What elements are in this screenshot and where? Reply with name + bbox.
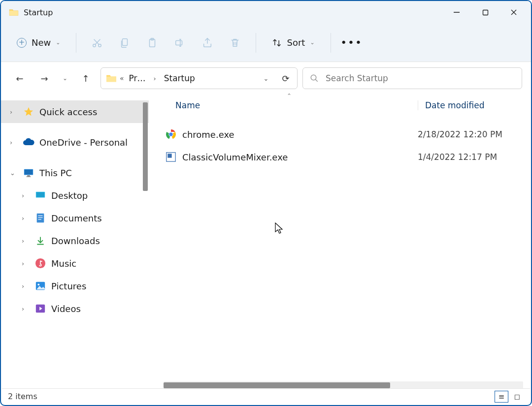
plus-icon: + — [17, 38, 27, 48]
chevron-right-icon: › — [22, 305, 30, 312]
status-bar: 2 items ≡ ◻ — [2, 388, 530, 404]
sidebar-item-videos[interactable]: › Videos — [1, 297, 149, 320]
chevron-right-icon: › — [22, 192, 30, 199]
file-date: 1/4/2022 12:17 PM — [418, 152, 531, 162]
folder-icon — [106, 74, 117, 83]
chevron-right-icon: › — [22, 215, 30, 222]
separator — [76, 33, 76, 53]
up-button[interactable]: ↑ — [76, 68, 96, 88]
separator — [256, 33, 256, 53]
sort-icon — [272, 38, 282, 48]
refresh-button[interactable]: ⟳ — [277, 73, 294, 84]
svg-rect-8 — [123, 38, 128, 45]
sidebar-label: Desktop — [51, 190, 88, 201]
paste-button[interactable] — [140, 31, 164, 55]
share-button[interactable] — [196, 31, 219, 55]
file-date: 2/18/2022 12:20 PM — [418, 129, 531, 139]
back-button[interactable]: ← — [10, 68, 30, 88]
music-icon — [34, 257, 46, 269]
minimize-button[interactable] — [442, 1, 471, 24]
separator — [331, 33, 331, 53]
delete-button[interactable] — [223, 31, 247, 55]
svg-point-4 — [93, 44, 96, 47]
sidebar-item-music[interactable]: › Music — [1, 252, 149, 275]
window-title: Startup — [24, 8, 442, 17]
maximize-button[interactable] — [471, 1, 499, 24]
details-view-button[interactable]: ≡ — [495, 391, 508, 403]
sidebar-item-this-pc[interactable]: ⌄ This PC — [1, 161, 149, 184]
svg-point-27 — [38, 283, 40, 285]
new-label: New — [32, 37, 51, 48]
new-button[interactable]: + New ⌄ — [10, 32, 67, 54]
sidebar-item-downloads[interactable]: › Downloads — [1, 229, 149, 252]
titlebar: Startup — [1, 1, 531, 24]
star-icon — [23, 106, 34, 118]
more-button[interactable]: ••• — [340, 31, 364, 55]
breadcrumb-current[interactable]: Startup — [162, 73, 197, 83]
cut-button[interactable] — [85, 31, 109, 55]
sidebar-label: Downloads — [51, 236, 100, 246]
desktop-icon — [34, 189, 46, 201]
search-input[interactable] — [326, 73, 515, 83]
file-row[interactable]: chrome.exe 2/18/2022 12:20 PM — [164, 123, 531, 146]
column-headers: ⌃ Name Date modified — [164, 94, 531, 116]
pictures-icon — [34, 280, 46, 292]
chevron-down-icon: ⌄ — [10, 169, 18, 177]
close-button[interactable] — [499, 1, 528, 24]
chevron-down-icon: ⌄ — [56, 39, 60, 46]
search-icon — [310, 74, 319, 83]
folder-icon — [9, 8, 19, 16]
address-dropdown[interactable]: ⌄ — [258, 75, 274, 82]
svg-rect-33 — [167, 154, 171, 157]
sidebar-label: Videos — [51, 304, 81, 314]
sidebar-item-quick-access[interactable]: › Quick access — [1, 100, 149, 123]
toolbar: + New ⌄ Sort ⌄ ••• — [1, 24, 531, 62]
monitor-icon — [23, 167, 34, 179]
sidebar-item-onedrive[interactable]: › OneDrive - Personal — [1, 131, 149, 154]
breadcrumb-overflow[interactable]: « — [120, 74, 124, 82]
copy-button[interactable] — [113, 31, 136, 55]
svg-rect-1 — [483, 10, 488, 15]
svg-line-14 — [315, 79, 318, 82]
sort-label: Sort — [287, 37, 305, 48]
sidebar-item-pictures[interactable]: › Pictures — [1, 275, 149, 297]
chevron-right-icon: › — [10, 108, 18, 116]
sidebar-scrollbar[interactable] — [143, 102, 148, 191]
chevron-right-icon: › — [22, 260, 30, 267]
sidebar-label: Quick access — [39, 107, 97, 117]
chevron-right-icon[interactable]: › — [151, 75, 159, 82]
search-bar[interactable] — [302, 67, 522, 89]
sidebar-label: Documents — [51, 213, 102, 223]
breadcrumb-parent[interactable]: Pr… — [127, 73, 148, 83]
file-name: chrome.exe — [182, 129, 418, 140]
chevron-right-icon: › — [22, 237, 30, 245]
rename-button[interactable] — [168, 31, 192, 55]
file-list: ⌃ Name Date modified chrome.exe 2/18/202… — [149, 94, 531, 390]
body: › Quick access › OneDrive - Personal ⌄ T… — [1, 94, 531, 390]
forward-button[interactable]: → — [34, 68, 54, 88]
address-bar[interactable]: « Pr… › Startup ⌄ ⟳ — [100, 67, 298, 89]
file-row[interactable]: ClassicVolumeMixer.exe 1/4/2022 12:17 PM — [164, 146, 531, 168]
videos-icon — [34, 303, 46, 314]
sidebar-item-documents[interactable]: › Documents — [1, 207, 149, 229]
recent-locations-button[interactable]: ⌄ — [59, 68, 71, 88]
sidebar: › Quick access › OneDrive - Personal ⌄ T… — [1, 94, 149, 390]
icons-view-button[interactable]: ◻ — [510, 391, 524, 403]
svg-rect-11 — [176, 40, 182, 45]
chrome-icon — [164, 129, 178, 140]
sort-button[interactable]: Sort ⌄ — [265, 32, 321, 54]
sidebar-label: Pictures — [51, 281, 86, 291]
sidebar-label: OneDrive - Personal — [39, 137, 128, 148]
column-name[interactable]: Name — [164, 100, 418, 110]
column-date[interactable]: Date modified — [418, 100, 531, 110]
chevron-down-icon: ⌄ — [310, 39, 314, 46]
svg-rect-18 — [26, 176, 31, 177]
app-icon — [164, 152, 178, 162]
documents-icon — [34, 212, 46, 224]
file-name: ClassicVolumeMixer.exe — [182, 152, 418, 162]
item-count: 2 items — [8, 392, 37, 401]
svg-point-5 — [99, 44, 101, 47]
sidebar-item-desktop[interactable]: › Desktop — [1, 184, 149, 207]
downloads-icon — [34, 235, 46, 247]
chevron-right-icon: › — [22, 282, 30, 290]
